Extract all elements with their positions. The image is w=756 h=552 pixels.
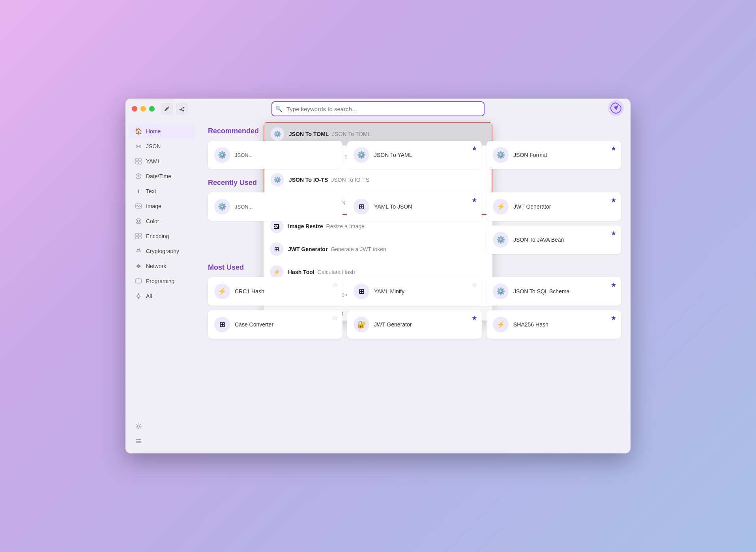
card-icon-jwt2: 🔐 (354, 317, 369, 332)
main-content: 🏠 Home JSON YAML (125, 119, 631, 453)
sidebar-item-all[interactable]: All (129, 289, 195, 303)
card-json-format[interactable]: ⚙️ JSON Format ★ (487, 141, 621, 169)
sidebar: 🏠 Home JSON YAML (125, 119, 198, 453)
svg-rect-17 (139, 233, 141, 236)
home-icon: 🏠 (135, 128, 142, 135)
star-yaml-minify[interactable]: ☆ (472, 281, 477, 289)
sidebar-item-yaml[interactable]: YAML (129, 154, 195, 168)
svg-point-25 (137, 295, 140, 298)
card-icon-json: ⚙️ (214, 147, 230, 163)
star-sha256[interactable]: ★ (611, 314, 616, 322)
card-title-yaml-json: YAML To JSON (374, 203, 412, 210)
sidebar-item-home[interactable]: 🏠 Home (129, 124, 195, 138)
card-icon-java: ⚙️ (493, 232, 509, 248)
card-icon-case: ⊞ (214, 317, 230, 332)
page-area: Recommended ⚙️ JSON... ⚙️ JSON To YAML ★… (198, 119, 631, 453)
svg-rect-5 (136, 159, 138, 161)
svg-rect-3 (140, 145, 141, 147)
card-title-java: JSON To JAVA Bean (513, 237, 564, 243)
svg-line-11 (138, 176, 140, 177)
close-button[interactable] (132, 106, 137, 112)
sidebar-item-json[interactable]: JSON (129, 139, 195, 153)
sidebar-item-cryptography[interactable]: Cryptography (129, 244, 195, 258)
main-window: 🔍 ⚙️ JSON To TOML JSON To TOML ⚙️ (125, 99, 631, 453)
titlebar-actions (161, 103, 188, 115)
menu-icon (135, 438, 142, 445)
star-jwt2[interactable]: ★ (472, 314, 477, 322)
network-icon (135, 263, 142, 270)
sidebar-item-menu-toggle[interactable] (129, 434, 195, 448)
card-yaml-minify[interactable]: ⊞ YAML Minify ☆ (347, 277, 482, 306)
sidebar-item-text[interactable]: T Text (129, 184, 195, 198)
sidebar-item-color[interactable]: Color (129, 214, 195, 228)
svg-rect-6 (139, 159, 141, 161)
svg-rect-7 (136, 162, 138, 164)
search-input[interactable] (271, 101, 485, 116)
star-crc1[interactable]: ☆ (332, 281, 338, 289)
card-json-yaml[interactable]: ⚙️ JSON To YAML ★ (347, 141, 482, 169)
svg-rect-16 (136, 233, 138, 236)
maximize-button[interactable] (149, 106, 155, 112)
card-icon-jwt: ⚡ (493, 199, 509, 214)
image-icon (135, 203, 142, 210)
card-title-json1: JSON... (235, 152, 253, 158)
star-yaml-json[interactable]: ★ (472, 196, 477, 204)
card-title-json-yaml: JSON To YAML (374, 152, 412, 158)
search-container: 🔍 ⚙️ JSON To TOML JSON To TOML ⚙️ (271, 101, 485, 116)
card-jwt-gen2[interactable]: 🔐 JWT Generator ★ (347, 310, 482, 339)
card-title-sha256: SHA256 Hash (513, 321, 548, 328)
cryptography-icon (135, 248, 142, 255)
card-title-json-recent: JSON... (235, 204, 253, 210)
svg-point-13 (137, 205, 138, 206)
share-button[interactable] (176, 103, 188, 115)
minimize-button[interactable] (140, 106, 146, 112)
card-icon-crc1: ⚡ (214, 283, 230, 299)
star-json-format[interactable]: ★ (611, 145, 616, 152)
all-icon (135, 293, 142, 300)
sidebar-item-encoding[interactable]: Encoding (129, 229, 195, 243)
edit-button[interactable] (161, 103, 173, 115)
card-crc1[interactable]: ⚡ CRC1 Hash ☆ (208, 277, 342, 306)
settings-icon (135, 423, 142, 430)
sidebar-wrapper: 🏠 Home JSON YAML (125, 124, 198, 449)
svg-point-14 (136, 219, 141, 224)
text-icon: T (135, 188, 142, 195)
sidebar-item-image[interactable]: Image (129, 199, 195, 213)
card-title-jwt: JWT Generator (513, 203, 551, 210)
yaml-icon (135, 158, 142, 165)
card-json-java[interactable]: ⚙️ JSON To JAVA Bean ★ (487, 226, 621, 254)
most-used-grid: ⚡ CRC1 Hash ☆ ⊞ YAML Minify ☆ ⚙️ JSON To… (208, 277, 621, 339)
star-jwt[interactable]: ★ (611, 196, 616, 204)
sidebar-item-programming[interactable]: Programing (129, 274, 195, 288)
app-logo (608, 100, 624, 116)
card-json-1[interactable]: ⚙️ JSON... (208, 141, 342, 169)
svg-point-15 (137, 220, 140, 222)
sidebar-item-network[interactable]: Network (129, 259, 195, 273)
sidebar-item-settings[interactable] (129, 419, 195, 433)
star-java[interactable]: ★ (611, 229, 616, 237)
card-case-converter[interactable]: ⊞ Case Converter ☆ (208, 310, 342, 339)
star-json-yaml[interactable]: ★ (472, 145, 477, 152)
card-icon-json-recent: ⚙️ (214, 199, 230, 214)
recently-used-grid: ⚙️ JSON... ⊞ YAML To JSON ★ ⚡ JWT Genera… (208, 192, 621, 254)
card-sha256[interactable]: ⚡ SHA256 Hash ★ (487, 310, 621, 339)
star-case[interactable]: ☆ (332, 314, 338, 322)
search-wrapper: 🔍 (271, 101, 485, 116)
most-used-title: Most Used (208, 263, 621, 272)
sidebar-item-datetime[interactable]: Date/Time (129, 169, 195, 183)
search-icon: 🔍 (275, 106, 282, 112)
card-title-case: Case Converter (235, 321, 273, 328)
card-jwt-gen[interactable]: ⚡ JWT Generator ★ (487, 192, 621, 221)
recommended-title: Recommended (208, 127, 621, 135)
card-icon-json-yaml: ⚙️ (354, 147, 369, 163)
json-icon (135, 143, 142, 150)
card-json-sql[interactable]: ⚙️ JSON To SQL Schema ★ (487, 277, 621, 306)
star-json-sql[interactable]: ★ (611, 281, 616, 289)
card-icon-yaml-json: ⊞ (354, 199, 369, 214)
card-title-jwt2: JWT Generator (374, 321, 412, 328)
traffic-lights (132, 106, 155, 112)
card-yaml-json[interactable]: ⊞ YAML To JSON ★ (347, 192, 482, 221)
card-icon-yaml-minify: ⊞ (354, 283, 369, 299)
card-icon-json-format: ⚙️ (493, 147, 509, 163)
card-json-recent[interactable]: ⚙️ JSON... (208, 192, 342, 221)
